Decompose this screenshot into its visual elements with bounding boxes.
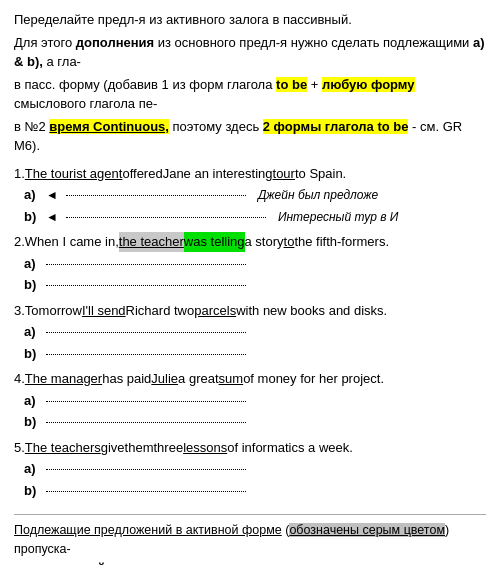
sentence-4-answer-b: b) bbox=[24, 412, 486, 432]
sentence-2-answer-b: b) bbox=[24, 275, 486, 295]
sentence-3-parcels: parcels bbox=[194, 301, 236, 321]
sentence-3-part2: Richard two bbox=[126, 301, 195, 321]
dots-4b bbox=[46, 417, 246, 423]
dots-2a bbox=[46, 259, 246, 265]
sentence-4: 4. The manager has paid Julie a great su… bbox=[14, 369, 486, 432]
bottom-passive: предл-й в пассиве. bbox=[55, 561, 174, 566]
intro-line-3: в пасс. форму (добавив 1 из форм глагола… bbox=[14, 75, 486, 114]
dots-4a bbox=[46, 396, 246, 402]
intro-text-3c: смыслового глагола пе- bbox=[14, 96, 157, 111]
sentence-3-subject: I'll send bbox=[82, 301, 126, 321]
sentence-5-subject: The teachers bbox=[25, 438, 101, 458]
sentence-2-subject: the teacher bbox=[119, 232, 184, 252]
sentence-1-line: 1. The tourist agent offered Jane an int… bbox=[14, 164, 486, 184]
dots-1b bbox=[66, 212, 266, 218]
intro-line-4: в №2 время Continuous, поэтому здесь 2 ф… bbox=[14, 117, 486, 156]
sentence-4-answer-a: a) bbox=[24, 391, 486, 411]
bottom-paren-close: ) bbox=[445, 523, 449, 537]
sentence-2-num: 2. bbox=[14, 232, 25, 252]
sentence-4-line: 4. The manager has paid Julie a great su… bbox=[14, 369, 486, 389]
sentence-3-answer-a: a) bbox=[24, 322, 486, 342]
sentence-5-line: 5. The teachers give them three lessons … bbox=[14, 438, 486, 458]
sentence-3-answer-b: b) bbox=[24, 344, 486, 364]
intro-text-2a: Для этого bbox=[14, 35, 76, 50]
intro-highlight-2: любую форму bbox=[322, 77, 415, 92]
dots-3a bbox=[46, 327, 246, 333]
intro-text-3b: + bbox=[307, 77, 322, 92]
intro-text-2b: из основного предл-я нужно сделать подле… bbox=[154, 35, 473, 50]
sentence-1-part1: The tourist agent bbox=[25, 164, 123, 184]
sentence-3-num: 3. bbox=[14, 301, 25, 321]
answer-3b-label: b) bbox=[24, 344, 42, 364]
answer-4a-label: a) bbox=[24, 391, 42, 411]
bottom-note: Подлежащие предложений в активной форме … bbox=[14, 514, 486, 565]
sentence-5-part3: of informatics a week. bbox=[227, 438, 353, 458]
sentence-5-them: them bbox=[125, 438, 154, 458]
sentence-4-part1: has paid bbox=[102, 369, 151, 389]
sentence-5-lessons: lessons bbox=[183, 438, 227, 458]
sentence-1-num: 1. bbox=[14, 164, 25, 184]
answer-3a-label: a) bbox=[24, 322, 42, 342]
sentence-5-num: 5. bbox=[14, 438, 25, 458]
sentence-1-part4: Jane an interesting bbox=[163, 164, 273, 184]
sentence-4-part3: of money for her project. bbox=[243, 369, 384, 389]
answer-5a-label: a) bbox=[24, 459, 42, 479]
sentence-2-part3: a story bbox=[245, 232, 284, 252]
sentence-3-part3: with new books and disks. bbox=[236, 301, 387, 321]
sentence-5-answer-a: a) bbox=[24, 459, 486, 479]
intro-text-3a: в пасс. форму (добавив 1 из форм глагола bbox=[14, 77, 276, 92]
sentence-2-to: to bbox=[284, 232, 295, 252]
dots-2b bbox=[46, 280, 246, 286]
sentence-1-answer-b: b) ◄ Интересный тур в И bbox=[24, 207, 486, 227]
bottom-highlight: обозначены серым цветом bbox=[289, 523, 445, 537]
sentence-1-answer-a: a) ◄ Джейн был предложе bbox=[24, 185, 486, 205]
sentence-2-part1: When I came in, bbox=[25, 232, 119, 252]
sentence-1-part5: tour bbox=[273, 164, 295, 184]
sentence-4-part2: a great bbox=[178, 369, 218, 389]
sentence-2-part4: the fifth-formers. bbox=[294, 232, 389, 252]
answer-b-label: b) bbox=[24, 207, 42, 227]
dots-3b bbox=[46, 349, 246, 355]
sentence-1-part6: to Spain. bbox=[295, 164, 346, 184]
sentence-1-right-a: Джейн был предложе bbox=[258, 186, 438, 204]
intro-bold-1: дополнения bbox=[76, 35, 154, 50]
arrow2-icon: ◄ bbox=[46, 208, 58, 226]
intro-text-4a: в №2 bbox=[14, 119, 49, 134]
sentence-4-num: 4. bbox=[14, 369, 25, 389]
sentence-5-answer-b: b) bbox=[24, 481, 486, 501]
intro-line-2: Для этого дополнения из основного предл-… bbox=[14, 33, 486, 72]
sentence-5: 5. The teachers give them three lessons … bbox=[14, 438, 486, 501]
intro-block: Переделайте предл-я из активного залога … bbox=[14, 10, 486, 156]
answer-2b-label: b) bbox=[24, 275, 42, 295]
arrow-icon: ◄ bbox=[46, 186, 58, 204]
sentence-2: 2. When I came in, the teacher was telli… bbox=[14, 232, 486, 295]
sentence-1-part3: offered bbox=[122, 164, 162, 184]
intro-text-4b: поэтому здесь bbox=[169, 119, 263, 134]
sentences-container: 1. The tourist agent offered Jane an int… bbox=[14, 164, 486, 501]
sentence-4-julie: Julie bbox=[151, 369, 178, 389]
intro-text-2c: а гла- bbox=[43, 54, 81, 69]
answer-4b-label: b) bbox=[24, 412, 42, 432]
bottom-part1: Подлежащие предложений в активной форме bbox=[14, 523, 282, 537]
sentence-3: 3. Tomorrow I'll send Richard two parcel… bbox=[14, 301, 486, 364]
sentence-3-part1: Tomorrow bbox=[25, 301, 82, 321]
sentence-5-part1: give bbox=[101, 438, 125, 458]
sentence-3-line: 3. Tomorrow I'll send Richard two parcel… bbox=[14, 301, 486, 321]
answer-2a-label: a) bbox=[24, 254, 42, 274]
answer-a-label: a) bbox=[24, 185, 42, 205]
intro-highlight-3: время Continuous, bbox=[49, 119, 169, 134]
intro-text-1: Переделайте предл-я из активного залога … bbox=[14, 12, 352, 27]
bottom-note-text: Подлежащие предложений в активной форме … bbox=[14, 523, 449, 565]
answer-5b-label: b) bbox=[24, 481, 42, 501]
sentence-1: 1. The tourist agent offered Jane an int… bbox=[14, 164, 486, 227]
dots-5b bbox=[46, 486, 246, 492]
sentence-2-line: 2. When I came in, the teacher was telli… bbox=[14, 232, 486, 252]
dots-1a bbox=[66, 190, 246, 196]
sentence-1-right-b: Интересный тур в И bbox=[278, 208, 458, 226]
sentence-4-subject: The manager bbox=[25, 369, 102, 389]
intro-highlight-4: 2 формы глагола to be bbox=[263, 119, 409, 134]
dots-5a bbox=[46, 464, 246, 470]
intro-highlight-1: to be bbox=[276, 77, 307, 92]
sentence-4-sum: sum bbox=[219, 369, 244, 389]
intro-line-1: Переделайте предл-я из активного залога … bbox=[14, 10, 486, 30]
